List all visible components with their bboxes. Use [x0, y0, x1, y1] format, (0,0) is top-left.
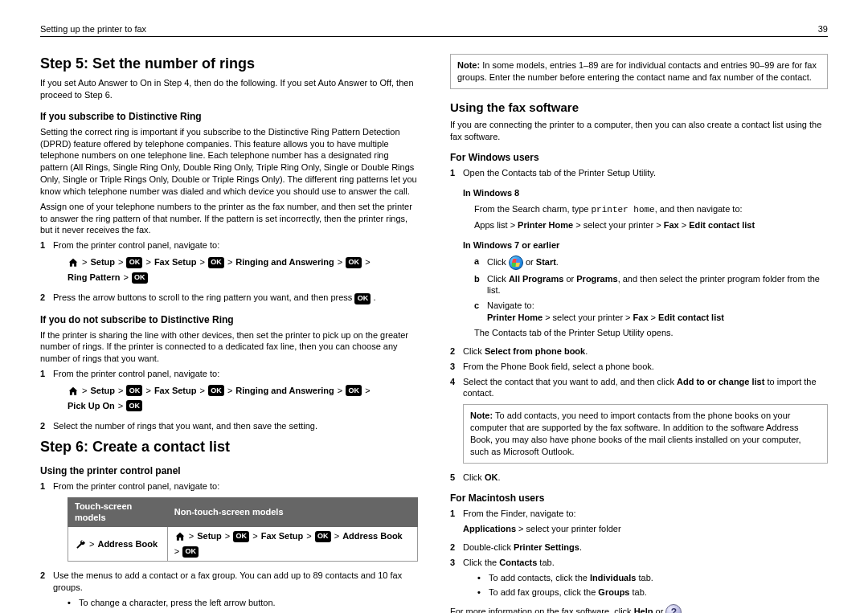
bullet-item: To change a character, press the left ar… [68, 597, 418, 609]
win7-after: The Contacts tab of the Printer Setup Ut… [474, 327, 828, 339]
ok-icon: OK [233, 531, 249, 542]
ok-icon: OK [346, 385, 362, 396]
ok-icon: OK [132, 272, 148, 284]
wrench-icon [75, 538, 86, 550]
ok-icon: OK [126, 257, 142, 268]
list-item: 2 Click Select from phone book. [450, 345, 828, 358]
win8-line: From the Search charm, type printer home… [474, 203, 828, 216]
list-item: 1 From the Finder, navigate to: Applicat… [450, 508, 828, 538]
list-item: 3 Click the Contacts tab. To add contact… [450, 557, 828, 602]
note-box: Note: In some models, entries 1–89 are f… [450, 54, 828, 89]
list-item: 1 From the printer control panel, naviga… [40, 368, 418, 417]
ok-icon: OK [126, 385, 142, 396]
table-cell: >Setup> OK >Fax Setup> OK >Address Book>… [167, 527, 417, 562]
note-box: Note: To add contacts, you need to impor… [463, 404, 828, 463]
no-distinctive-heading: If you do not subscribe to Distinctive R… [40, 314, 418, 325]
ok-icon: OK [208, 257, 224, 268]
distinctive-ring-heading: If you subscribe to Distinctive Ring [40, 111, 418, 122]
help-icon: ? [665, 604, 682, 613]
list-item: a Click or Start. [474, 255, 828, 270]
fax-software-intro: If you are connecting the printer to a c… [450, 119, 828, 143]
list-item: 1 From the printer control panel, naviga… [40, 480, 418, 566]
windows-start-icon [509, 255, 523, 270]
ok-icon: OK [208, 385, 224, 396]
distinctive-p1: Setting the correct ring is important if… [40, 126, 418, 198]
list-item: b Click All Programs or Programs, and th… [474, 273, 828, 297]
list-item: 3 From the Phone Book field, select a ph… [450, 361, 828, 373]
win7-heading: In Windows 7 or earlier [463, 239, 828, 251]
right-column: Note: In some models, entries 1–89 are f… [450, 49, 828, 613]
bullet-item: To add contacts, click the Individuals t… [477, 572, 828, 584]
step5-intro: If you set Auto Answer to On in Step 4, … [40, 77, 418, 101]
list-item: 1 From the printer control panel, naviga… [40, 239, 418, 288]
ok-icon: OK [126, 400, 142, 411]
ok-icon: OK [354, 293, 371, 304]
page-header: Setting up the printer to fax 39 [40, 24, 828, 37]
no-distinctive-p1: If the printer is sharing the line with … [40, 329, 418, 366]
nav-path: >Setup> OK >Fax Setup> OK >Ringing and A… [68, 256, 418, 284]
page-number: 39 [818, 24, 828, 34]
help-footer: For more information on the fax software… [450, 604, 828, 613]
list-item: 2 Press the arrow buttons to scroll to t… [40, 292, 418, 304]
list-item: 5 Click OK. [450, 472, 828, 484]
table-header: Non-touch-screen models [167, 497, 417, 527]
distinctive-p2: Assign one of your telephone numbers to … [40, 201, 418, 237]
bullet-item: To add fax groups, click the Groups tab. [477, 586, 828, 599]
list-item: c Navigate to: Printer Home > select you… [474, 300, 828, 324]
list-item: 1 Open the Contacts tab of the Printer S… [450, 167, 828, 341]
home-icon [68, 256, 79, 268]
models-table: Touch-screen models Non-touch-screen mod… [68, 497, 418, 562]
using-panel-heading: Using the printer control panel [40, 465, 418, 476]
step5-title: Step 5: Set the number of rings [40, 55, 418, 72]
list-item: 2 Select the number of rings that you wa… [40, 420, 418, 432]
mac-heading: For Macintosh users [450, 492, 828, 504]
ok-icon: OK [315, 531, 331, 542]
nav-path: >Setup> OK >Fax Setup> OK >Ringing and A… [68, 385, 418, 412]
list-item: 2 Double-click Printer Settings. [450, 541, 828, 554]
step6-title: Step 6: Create a contact list [40, 439, 418, 456]
windows-heading: For Windows users [450, 152, 828, 163]
ok-icon: OK [182, 546, 199, 558]
win8-path: Apps list > Printer Home > select your p… [474, 219, 828, 231]
fax-software-heading: Using the fax software [450, 100, 828, 114]
left-column: Step 5: Set the number of rings If you s… [40, 49, 418, 613]
list-item: 4 Select the contact that you want to ad… [450, 376, 828, 468]
table-header: Touch-screen models [68, 497, 168, 527]
header-left: Setting up the printer to fax [40, 24, 146, 34]
list-item: 2 Use the menus to add a contact or a fa… [40, 570, 418, 613]
home-icon [68, 385, 79, 397]
ok-icon: OK [346, 257, 362, 268]
win8-heading: In Windows 8 [463, 187, 828, 199]
home-icon [174, 530, 186, 542]
table-cell: >Address Book [68, 527, 168, 562]
